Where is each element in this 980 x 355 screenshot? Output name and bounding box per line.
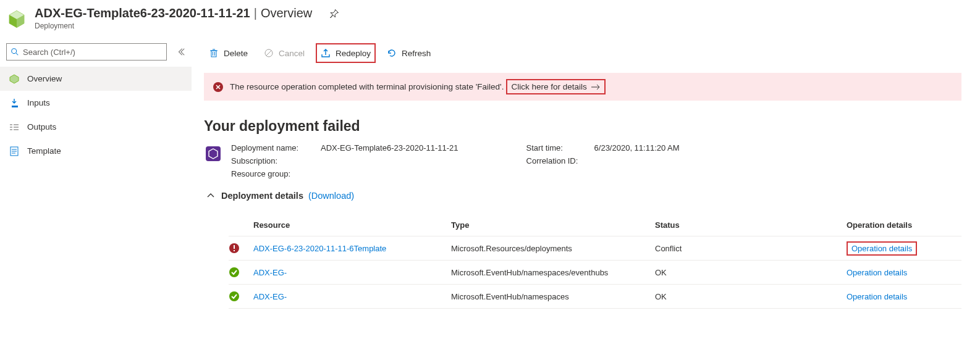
search-icon [11,48,19,56]
resource-link[interactable]: ADX-EG-6-23-2020-11-11-6Template [253,244,386,253]
table-header-row: Resource Type Status Operation details [229,215,961,236]
refresh-icon [387,48,397,58]
deployment-details-table: Resource Type Status Operation details A… [229,215,961,309]
svg-line-5 [16,53,19,56]
cancel-icon [264,48,274,58]
nav-label: Inputs [27,98,50,107]
meta-label: Start time: [526,143,594,152]
page-section: Overview [261,6,312,20]
chevron-up-icon [206,191,215,200]
deployment-status-heading: Your deployment failed [204,118,961,135]
pin-button[interactable] [329,9,339,19]
error-icon [213,81,224,93]
inputs-icon [9,98,20,109]
meta-label: Resource group: [231,169,321,178]
title-separator: | [254,6,257,20]
svg-rect-33 [234,250,235,251]
meta-label: Deployment name: [231,143,321,152]
table-row: ADX-EG-6-23-2020-11-11-6TemplateMicrosof… [229,236,961,261]
resource-link[interactable]: ADX-EG- [253,268,287,277]
resource-subtype: Deployment [35,22,974,30]
status-ok-icon [229,267,241,278]
svg-point-4 [12,49,17,54]
button-label: Refresh [402,49,431,58]
resource-link[interactable]: ADX-EG- [253,292,287,301]
nav-label: Template [27,146,61,156]
alert-message: The resource operation completed with te… [230,82,504,91]
page-header: ADX-EG-Template6-23-2020-11-11-21 | Over… [0,0,980,33]
col-header-type: Type [451,220,655,230]
svg-line-24 [266,51,271,56]
meta-label: Correlation ID: [526,156,594,165]
trash-icon [209,48,219,58]
col-header-op: Operation details [847,220,945,230]
svg-marker-6 [10,75,19,83]
nav-overview[interactable]: Overview [0,67,192,91]
cell-type: Microsoft.Resources/deployments [451,244,655,253]
status-ok-icon [229,291,241,302]
operation-details-link[interactable]: Operation details [847,292,907,301]
cell-type: Microsoft.EventHub/namespaces/eventhubs [451,268,655,277]
button-label: Delete [224,49,248,58]
collapse-sidebar-button[interactable] [177,48,185,56]
arrow-right-icon [591,83,601,91]
refresh-button[interactable]: Refresh [382,44,436,62]
button-label: Redeploy [336,49,371,58]
delete-button[interactable]: Delete [204,44,253,62]
deployment-icon [6,9,28,31]
table-row: ADX-EG-Microsoft.EventHub/namespaces/eve… [229,261,961,285]
col-header-status: Status [655,220,847,230]
nav-outputs[interactable]: Outputs [0,115,192,139]
template-icon [9,146,20,157]
svg-rect-7 [12,106,18,107]
deployment-badge-icon [204,144,222,163]
nav-inputs[interactable]: Inputs [0,91,192,115]
cell-type: Microsoft.EventHub/namespaces [451,292,655,301]
nav-label: Overview [27,74,62,83]
operation-details-link[interactable]: Operation details [847,241,917,256]
meta-label: Subscription: [231,156,321,165]
page-title: ADX-EG-Template6-23-2020-11-11-21 [35,6,250,20]
download-link[interactable]: (Download) [308,191,354,201]
alert-details-link[interactable]: Click here for details [506,79,605,94]
cell-status: Conflict [655,244,847,253]
meta-value-deployment-name: ADX-EG-Template6-23-2020-11-11-21 [321,143,458,152]
nav-label: Outputs [27,122,56,132]
svg-rect-18 [211,51,216,57]
status-error-icon [229,243,241,254]
table-row: ADX-EG-Microsoft.EventHub/namespacesOKOp… [229,285,961,309]
svg-rect-32 [234,245,235,249]
col-header-resource: Resource [253,220,451,230]
redeploy-button[interactable]: Redeploy [316,43,376,63]
upload-icon [321,48,331,58]
cancel-button: Cancel [259,44,310,62]
operation-details-link[interactable]: Operation details [847,268,907,277]
outputs-icon [9,122,20,133]
error-banner: The resource operation completed with te… [204,73,961,101]
svg-point-35 [229,291,239,301]
button-label: Cancel [279,49,305,58]
meta-value-start-time: 6/23/2020, 11:11:20 AM [594,143,680,152]
search-box[interactable] [6,43,167,61]
cell-status: OK [655,268,847,277]
sidebar: Overview Inputs Outputs Template [0,33,192,321]
nav-template[interactable]: Template [0,139,192,163]
command-bar: Delete Cancel Redeploy Refresh [204,38,961,70]
link-text: Click here for details [511,82,586,91]
cell-status: OK [655,292,847,301]
deployment-details-toggle[interactable]: Deployment details (Download) [206,191,961,201]
overview-icon [9,73,20,85]
search-input[interactable] [22,47,163,57]
svg-point-34 [229,267,239,277]
details-title: Deployment details [221,191,303,201]
